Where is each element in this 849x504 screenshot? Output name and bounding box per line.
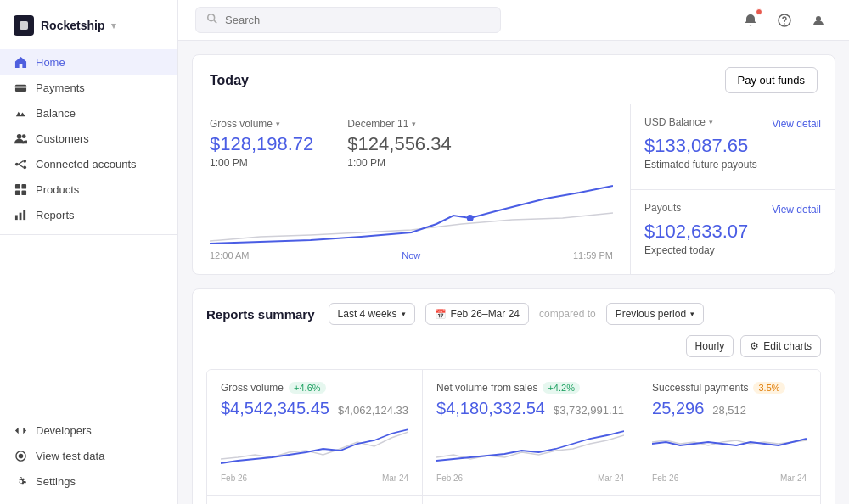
pay-out-button[interactable]: Pay out funds [725,67,818,93]
svg-rect-13 [14,215,17,220]
svg-point-4 [14,162,18,165]
svg-point-6 [23,165,26,169]
previous-period-caret: ▾ [690,310,694,318]
period-filter-button[interactable]: Last 4 weeks ▾ [329,303,415,325]
today-card: Today Pay out funds Gross volume ▾ $128,… [192,54,835,275]
view-detail-2[interactable]: View detail [772,204,821,216]
svg-rect-11 [14,190,20,195]
gross-volume-metric: Gross volume ▾ $128,198.72 1:00 PM [210,118,313,169]
net-volume-secondary: $3,732,991.11 [554,404,624,417]
successful-payments-secondary: 28,512 [712,404,746,417]
gross-volume-caret: ▾ [276,120,280,128]
nav-divider [0,234,177,235]
viewtest-icon [14,449,27,462]
svg-rect-12 [21,190,26,195]
report-cell-new-customers: New customers +11.9% 18,043 20,490 [207,496,423,504]
svg-rect-0 [20,21,28,30]
gross-volume-time: 1:00 PM [210,157,313,169]
svg-point-16 [18,453,23,458]
gross-volume-label[interactable]: Gross volume ▾ [210,118,313,130]
header-icons [737,7,832,34]
gross-volume-badge: +4.6% [289,382,326,394]
sidebar-item-balance[interactable]: Balance [0,100,177,126]
svg-point-2 [16,133,21,138]
sidebar-item-payments[interactable]: Payments [0,75,177,100]
sidebar-label-home: Home [36,56,65,69]
sidebar-label-developers: Developers [36,424,92,437]
sidebar-item-developers[interactable]: Developers [0,417,177,443]
payments-icon [14,81,27,94]
december-caret: ▾ [412,120,416,128]
sidebar-item-viewtest[interactable]: View test data [0,443,177,468]
customers-icon [14,132,27,145]
edit-charts-button[interactable]: ⚙ Edit charts [740,335,821,357]
usd-balance-label[interactable]: USD Balance ▾ [644,116,713,128]
gross-volume-value: $128,198.72 [210,133,313,155]
period-caret: ▾ [402,310,406,318]
logo-icon [14,15,34,36]
usd-balance-sub: Estimated future payouts [644,159,821,171]
sidebar-item-connected[interactable]: Connected accounts [0,151,177,176]
report-cell-net-volume: Net volume from sales +4.2% $4,180,332.5… [423,370,638,496]
sidebar-label-reports: Reports [36,209,75,221]
avatar-button[interactable] [805,7,832,34]
successful-payments-values: 25,296 28,512 [652,399,807,418]
reports-summary-card: Reports summary Last 4 weeks ▾ 📅 Feb 26–… [192,288,835,504]
december-metric: December 11 ▾ $124,556.34 1:00 PM [347,118,451,169]
calendar-icon: 📅 [435,309,447,320]
hourly-button[interactable]: Hourly [686,335,734,357]
balance-icon [14,106,27,120]
previous-period-button[interactable]: Previous period ▾ [606,303,704,325]
search-input[interactable] [225,14,490,26]
report-cell-successful-payments: Successful payments 3.5% 25,296 28,512 F… [638,370,820,496]
svg-rect-1 [14,84,25,91]
search-icon [206,13,218,27]
notifications-button[interactable] [737,7,764,34]
reports-grid: Gross volume +4.6% $4,542,345.45 $4,062,… [206,369,821,504]
gross-volume-header: Gross volume +4.6% [221,382,408,394]
svg-point-5 [23,159,26,162]
svg-point-21 [784,23,785,25]
app-logo[interactable]: Rocketship ▾ [0,10,177,49]
gross-volume-title: Gross volume [221,382,284,394]
report-cell-new-subscribers: New subscribers +4.5% 13,326 12,727 [638,496,820,504]
sidebar-item-home[interactable]: Home [0,49,177,75]
period-label: Last 4 weeks [338,308,397,320]
previous-period-label: Previous period [616,308,686,320]
header [178,0,849,41]
svg-rect-15 [23,210,25,219]
sidebar-item-products[interactable]: Products [0,176,177,202]
gross-volume-secondary: $4,062,124.33 [338,404,408,417]
sidebar-item-customers[interactable]: Customers [0,126,177,151]
date-range-button[interactable]: 📅 Feb 26–Mar 24 [425,303,529,325]
today-right: USD Balance ▾ View detail $133,087.65 Es… [631,104,835,274]
svg-point-3 [21,134,25,138]
reports-actions: Hourly ⚙ Edit charts [686,335,821,357]
usd-balance-section: USD Balance ▾ View detail $133,087.65 Es… [631,104,835,190]
december-value: $124,556.34 [347,133,451,155]
sidebar-label-customers: Customers [36,132,89,145]
compared-to-label: compared to [539,308,596,320]
report-cell-subscriber-retention: Subscriber retention by cohort [423,496,638,504]
view-detail-1[interactable]: View detail [772,118,821,130]
payouts-value: $102,633.07 [644,221,821,243]
today-chart-section: Gross volume ▾ $128,198.72 1:00 PM Decem… [193,104,631,274]
sidebar-item-settings[interactable]: Settings [0,468,177,494]
gross-volume-primary: $4,542,345.45 [221,399,329,418]
app-caret: ▾ [111,20,116,31]
settings-icon [14,474,27,488]
december-time: 1:00 PM [347,157,451,169]
help-button[interactable] [771,7,798,34]
search-bar[interactable] [195,7,501,33]
app-name: Rocketship [41,19,104,32]
sidebar-label-products: Products [36,183,79,196]
chart-end: 11:59 PM [573,250,613,260]
december-label[interactable]: December 11 ▾ [347,118,451,130]
reports-icon [14,208,27,221]
today-title: Today [210,73,249,88]
net-volume-values: $4,180,332.54 $3,732,991.11 [436,399,624,418]
sidebar-label-settings: Settings [36,475,76,488]
reports-header: Reports summary Last 4 weeks ▾ 📅 Feb 26–… [206,303,821,357]
successful-payments-title: Successful payments [652,382,748,394]
sidebar-item-reports[interactable]: Reports [0,202,177,227]
